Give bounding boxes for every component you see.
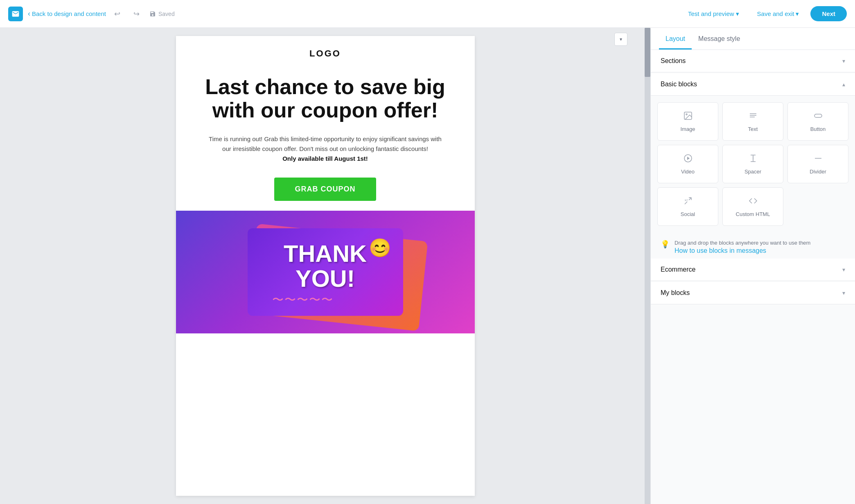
block-image[interactable]: Image — [657, 102, 718, 141]
my-blocks-section: My blocks ▾ — [651, 282, 855, 304]
image-icon — [683, 111, 693, 123]
ecommerce-section: Ecommerce ▾ — [651, 259, 855, 281]
social-icon: ✕f — [683, 196, 693, 208]
block-button-label: Button — [810, 126, 826, 132]
topbar-center: ↩ ↪ Saved — [111, 8, 175, 20]
basic-blocks-section: Basic blocks ▴ Image — [651, 73, 855, 258]
svg-marker-7 — [687, 157, 690, 160]
my-blocks-chevron-icon: ▾ — [842, 290, 845, 296]
block-video[interactable]: Video — [657, 145, 718, 183]
block-text-label: Text — [748, 126, 758, 132]
right-panel: Layout Message style Sections ▾ Basic bl… — [650, 28, 855, 504]
scroll-chevron[interactable]: ▾ — [614, 33, 627, 46]
text-icon — [748, 111, 758, 123]
email-cta: GRAB COUPON — [176, 168, 475, 211]
topbar-right: Test and preview ▾ Save and exit ▾ Next — [681, 6, 847, 21]
test-preview-button[interactable]: Test and preview ▾ — [681, 7, 746, 21]
next-button[interactable]: Next — [810, 6, 847, 21]
block-button[interactable]: Button — [787, 102, 848, 141]
saved-label: Saved — [158, 11, 175, 17]
emoji-icon: 😊 — [369, 237, 391, 259]
block-divider-label: Divider — [810, 169, 826, 175]
button-icon — [813, 111, 823, 123]
main-container: ▾ LOGO Last chance to save big with our … — [0, 28, 855, 504]
thank-you-line2: YOU! — [272, 267, 379, 290]
drag-hint-text: Drag and drop the blocks anywhere you wa… — [675, 240, 810, 246]
app-logo — [8, 7, 23, 21]
basic-blocks-chevron-icon: ▴ — [842, 81, 845, 88]
drag-hint-link[interactable]: How to use blocks in messages — [675, 247, 766, 254]
svg-rect-5 — [814, 114, 822, 117]
block-social-label: Social — [681, 211, 695, 217]
spacer-icon — [748, 153, 758, 165]
code-icon — [748, 196, 758, 208]
block-spacer[interactable]: Spacer — [722, 145, 783, 183]
blocks-grid: Image Text — [651, 96, 855, 232]
basic-blocks-header[interactable]: Basic blocks ▴ — [651, 73, 855, 96]
saved-status: Saved — [149, 11, 175, 17]
my-blocks-header[interactable]: My blocks ▾ — [651, 282, 855, 304]
email-body-paragraph: Time is running out! Grab this limited-t… — [209, 134, 442, 154]
panel-tabs: Layout Message style — [651, 28, 855, 50]
email-headline: Last chance to save big with our coupon … — [176, 67, 475, 130]
block-custom-html-label: Custom HTML — [736, 211, 770, 217]
bulb-icon: 💡 — [661, 240, 670, 249]
topbar: Back to design and content ↩ ↪ Saved Tes… — [0, 0, 855, 28]
thank-you-line1: THANK — [284, 241, 367, 267]
topbar-left: Back to design and content ↩ ↪ Saved — [8, 7, 681, 21]
email-body-text: Time is running out! Grab this limited-t… — [176, 130, 475, 168]
save-exit-button[interactable]: Save and exit ▾ — [751, 7, 806, 21]
block-divider[interactable]: Divider — [787, 145, 848, 183]
sections-header[interactable]: Sections ▾ — [651, 50, 855, 72]
sections-chevron-icon: ▾ — [842, 58, 845, 64]
sections-section: Sections ▾ — [651, 50, 855, 72]
email-logo-section: LOGO — [176, 36, 475, 67]
block-image-label: Image — [680, 126, 695, 132]
chevron-down-icon: ▾ — [796, 10, 799, 18]
block-video-label: Video — [681, 169, 695, 175]
svg-text:✕f: ✕f — [684, 199, 688, 202]
scrollbar-thumb[interactable] — [645, 28, 650, 77]
chevron-down-icon: ▾ — [736, 10, 739, 18]
ecommerce-header[interactable]: Ecommerce ▾ — [651, 259, 855, 281]
tab-message-style[interactable]: Message style — [692, 28, 747, 50]
scrollbar-track[interactable] — [645, 28, 650, 504]
undo-button[interactable]: ↩ — [111, 8, 124, 20]
email-only-available: Only available till August 1st! — [209, 154, 442, 164]
block-text[interactable]: Text — [722, 102, 783, 141]
squiggle-decoration: 〜〜〜〜〜 — [272, 292, 379, 308]
ecommerce-chevron-icon: ▾ — [842, 266, 845, 273]
block-social[interactable]: ✕f Social — [657, 187, 718, 226]
svg-point-1 — [686, 114, 687, 115]
video-icon — [683, 153, 693, 165]
tab-layout[interactable]: Layout — [659, 28, 692, 50]
canvas-area: ▾ LOGO Last chance to save big with our … — [0, 28, 650, 504]
back-to-design-link[interactable]: Back to design and content — [28, 9, 106, 18]
email-thank-you-image: THANK 😊 YOU! 〜〜〜〜〜 — [176, 211, 475, 333]
divider-icon — [813, 153, 823, 165]
block-custom-html[interactable]: Custom HTML — [722, 187, 783, 226]
email-canvas: LOGO Last chance to save big with our co… — [176, 36, 475, 496]
redo-button[interactable]: ↪ — [130, 8, 143, 20]
email-logo-text: LOGO — [192, 48, 458, 59]
email-headline-text: Last chance to save big with our coupon … — [201, 75, 450, 122]
drag-hint: 💡 Drag and drop the blocks anywhere you … — [651, 232, 855, 258]
block-spacer-label: Spacer — [744, 169, 761, 175]
grab-coupon-button[interactable]: GRAB COUPON — [274, 178, 376, 201]
